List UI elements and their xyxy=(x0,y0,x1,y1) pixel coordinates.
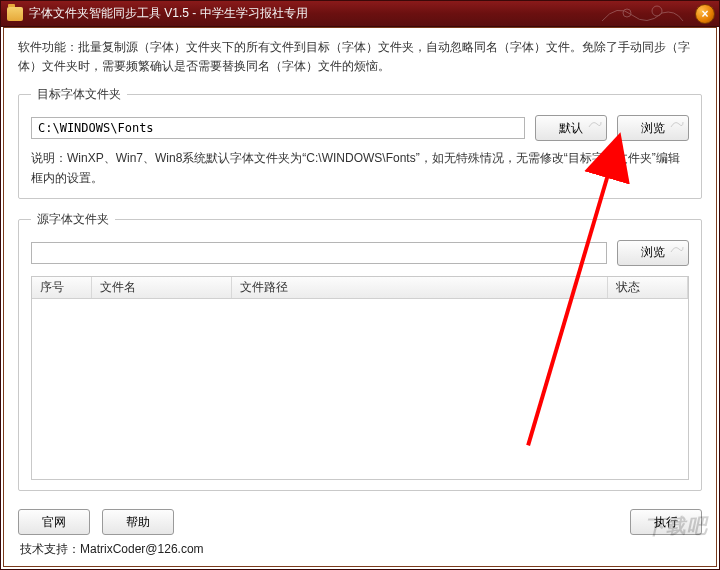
help-button-label: 帮助 xyxy=(126,515,150,529)
col-path[interactable]: 文件路径 xyxy=(232,277,608,298)
execute-button-label: 执行 xyxy=(654,515,678,529)
description-text: 软件功能：批量复制源（字体）文件夹下的所有文件到目标（字体）文件夹，自动忽略同名… xyxy=(18,38,702,76)
col-name[interactable]: 文件名 xyxy=(92,277,232,298)
source-folder-group: 源字体文件夹 浏览 序号 文件名 文件路径 状态 xyxy=(18,211,702,491)
client-area: 软件功能：批量复制源（字体）文件夹下的所有文件到目标（字体）文件夹，自动忽略同名… xyxy=(3,27,717,567)
target-group-legend: 目标字体文件夹 xyxy=(31,86,127,103)
list-header: 序号 文件名 文件路径 状态 xyxy=(32,277,688,299)
window-title: 字体文件夹智能同步工具 V1.5 - 中学生学习报社专用 xyxy=(29,5,308,22)
target-folder-group: 目标字体文件夹 默认 浏览 说明：WinXP、Win7、Win8系统默认字体文件… xyxy=(18,86,702,198)
support-line: 技术支持：MatrixCoder@126.com xyxy=(18,539,702,560)
execute-button[interactable]: 执行 xyxy=(630,509,702,535)
website-button[interactable]: 官网 xyxy=(18,509,90,535)
bottom-bar: 官网 帮助 执行 xyxy=(18,503,702,539)
source-group-legend: 源字体文件夹 xyxy=(31,211,115,228)
close-button[interactable]: × xyxy=(695,4,715,24)
target-note: 说明：WinXP、Win7、Win8系统默认字体文件夹为“C:\WINDOWS\… xyxy=(31,149,689,187)
close-icon: × xyxy=(701,8,708,20)
titlebar-ornament xyxy=(597,1,687,27)
help-button[interactable]: 帮助 xyxy=(102,509,174,535)
target-path-input[interactable] xyxy=(31,117,525,139)
svg-point-0 xyxy=(623,9,631,17)
website-button-label: 官网 xyxy=(42,515,66,529)
source-browse-button[interactable]: 浏览 xyxy=(617,240,689,266)
svg-point-1 xyxy=(652,6,662,16)
support-email: MatrixCoder@126.com xyxy=(80,542,204,556)
titlebar: 字体文件夹智能同步工具 V1.5 - 中学生学习报社专用 × xyxy=(1,1,719,27)
col-seq[interactable]: 序号 xyxy=(32,277,92,298)
file-list: 序号 文件名 文件路径 状态 xyxy=(31,276,689,480)
support-label: 技术支持： xyxy=(20,542,80,556)
folder-icon xyxy=(7,7,23,21)
source-path-input[interactable] xyxy=(31,242,607,264)
target-browse-label: 浏览 xyxy=(641,121,665,135)
list-body xyxy=(32,299,688,479)
col-status[interactable]: 状态 xyxy=(608,277,688,298)
app-window: 字体文件夹智能同步工具 V1.5 - 中学生学习报社专用 × 软件功能：批量复制… xyxy=(0,0,720,570)
default-button-label: 默认 xyxy=(559,121,583,135)
target-browse-button[interactable]: 浏览 xyxy=(617,115,689,141)
source-browse-label: 浏览 xyxy=(641,245,665,259)
default-button[interactable]: 默认 xyxy=(535,115,607,141)
